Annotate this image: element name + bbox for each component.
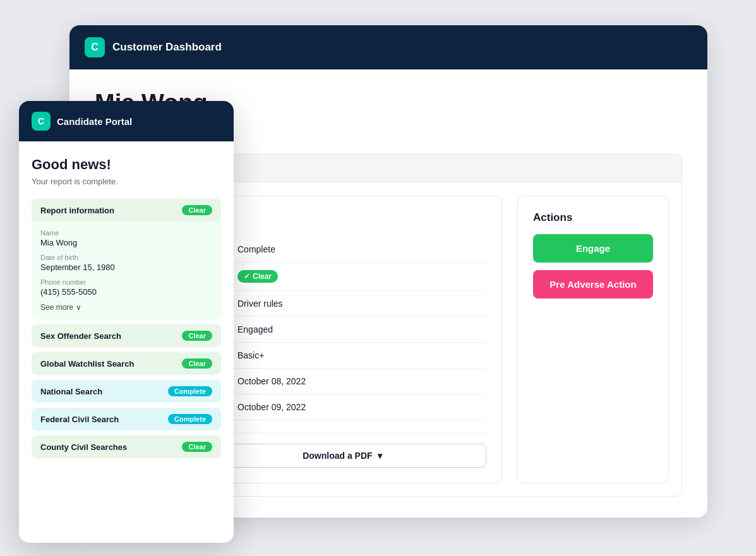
- actions-card: Actions Engage Pre Adverse Action: [517, 196, 669, 483]
- portal-field-name-value: Mia Wong: [40, 238, 212, 247]
- engage-button[interactable]: Engage: [533, 234, 653, 263]
- portal-report-info-label: Report information: [40, 206, 114, 215]
- portal-logo-badge: C: [32, 112, 51, 131]
- portal-global-watchlist-label: Global Watchlist Search: [40, 359, 134, 369]
- portal-title: Candidate Portal: [57, 116, 132, 127]
- portal-field-dob-label: Date of birth: [40, 254, 212, 261]
- portal-sex-offender-label: Sex Offender Search: [40, 331, 121, 341]
- portal-county-civil-badge: Clear: [182, 442, 212, 452]
- see-more-link[interactable]: See more ∨: [40, 303, 212, 312]
- portal-global-watchlist-row[interactable]: Global Watchlist Search Clear: [32, 352, 221, 375]
- report-value-package: Basic+: [237, 350, 264, 360]
- portal-federal-civil-badge: Complete: [168, 414, 212, 424]
- portal-field-phone-label: Phone number: [40, 278, 212, 286]
- portal-federal-civil-row[interactable]: Federal Civil Search Complete: [32, 408, 221, 430]
- portal-sex-offender-row[interactable]: Sex Offender Search Clear: [32, 324, 221, 347]
- portal-federal-civil-label: Federal Civil Search: [40, 415, 119, 424]
- portal-field-phone-value: (415) 555-5050: [40, 287, 212, 297]
- portal-national-search-badge: Complete: [168, 386, 212, 396]
- portal-national-search-row[interactable]: National Search Complete: [32, 380, 221, 403]
- report-value-assessment: Clear: [237, 270, 278, 283]
- good-news-subtitle: Your report is complete.: [32, 177, 221, 186]
- customer-dashboard-title: Customer Dashboard: [112, 41, 222, 54]
- portal-field-dob-value: September 15, 1980: [40, 263, 212, 272]
- portal-county-civil-row[interactable]: County Civil Searches Clear: [32, 435, 221, 458]
- candidate-portal-window: C Candidate Portal Good news! Your repor…: [19, 101, 234, 543]
- portal-header: C Candidate Portal: [19, 101, 234, 141]
- portal-national-search-label: National Search: [40, 387, 102, 396]
- portal-field-name-label: Name: [40, 229, 212, 237]
- see-more-label: See more: [40, 303, 73, 312]
- report-value-status: Complete: [237, 244, 275, 254]
- customer-dashboard-header: C Customer Dashboard: [69, 25, 707, 69]
- actions-title: Actions: [533, 211, 653, 224]
- portal-body: Good news! Your report is complete. Repo…: [19, 141, 234, 543]
- portal-sex-offender-badge: Clear: [182, 331, 212, 341]
- download-pdf-label: Download a PDF: [303, 451, 372, 461]
- customer-logo-badge: C: [85, 37, 105, 57]
- portal-county-civil-label: County Civil Searches: [40, 442, 127, 452]
- portal-field-dob: Date of birth September 15, 1980: [40, 254, 212, 272]
- good-news-heading: Good news!: [32, 157, 221, 173]
- portal-report-info-section: Report information Clear Name Mia Wong D…: [32, 199, 221, 319]
- report-value-adjudication: Engaged: [237, 324, 273, 334]
- portal-report-info-content: Name Mia Wong Date of birth September 15…: [32, 222, 221, 319]
- portal-report-info-header[interactable]: Report information Clear: [32, 199, 221, 222]
- portal-field-name: Name Mia Wong: [40, 229, 212, 247]
- report-value-ruleset: Driver rules: [237, 299, 283, 309]
- portal-report-info-badge: Clear: [182, 205, 212, 215]
- chevron-down-icon: ∨: [76, 303, 81, 312]
- chevron-down-icon: ▾: [378, 451, 382, 461]
- report-value-created: October 08, 2022: [237, 376, 306, 386]
- portal-global-watchlist-badge: Clear: [182, 358, 212, 369]
- portal-field-phone: Phone number (415) 555-5050: [40, 278, 212, 297]
- download-pdf-button[interactable]: Download a PDF ▾: [198, 444, 486, 468]
- pre-adverse-action-button[interactable]: Pre Adverse Action: [533, 270, 653, 299]
- report-value-completed: October 09, 2022: [237, 402, 306, 412]
